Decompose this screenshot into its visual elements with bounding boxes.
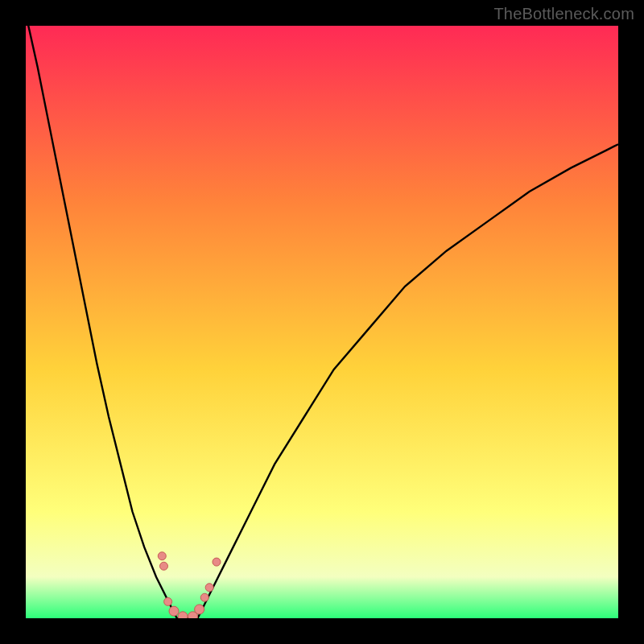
data-marker bbox=[178, 612, 188, 618]
watermark-text: TheBottleneck.com bbox=[493, 5, 634, 23]
data-marker bbox=[213, 558, 221, 566]
data-marker bbox=[200, 593, 208, 601]
data-marker bbox=[205, 584, 213, 592]
data-marker bbox=[158, 552, 166, 560]
gradient-background bbox=[26, 26, 618, 618]
data-marker bbox=[159, 562, 167, 570]
data-marker bbox=[169, 606, 179, 616]
data-marker bbox=[195, 605, 204, 614]
bottleneck-chart bbox=[26, 26, 618, 618]
data-marker bbox=[164, 597, 172, 605]
plot-frame bbox=[26, 26, 618, 618]
chart-stage: TheBottleneck.com bbox=[0, 0, 644, 644]
